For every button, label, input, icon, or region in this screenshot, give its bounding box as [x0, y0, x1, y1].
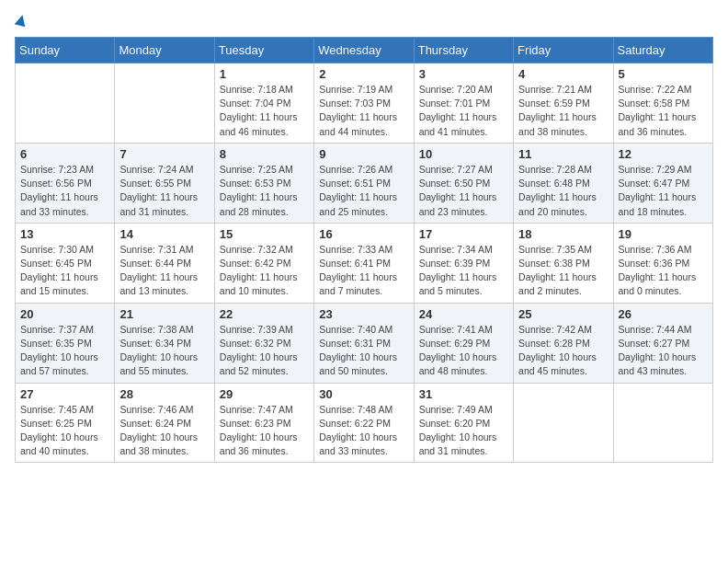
- day-number: 29: [220, 387, 309, 401]
- day-number: 24: [419, 307, 508, 321]
- day-number: 8: [220, 147, 309, 161]
- day-number: 7: [119, 147, 209, 161]
- day-info: Sunrise: 7:18 AMSunset: 7:04 PMDaylight:…: [220, 83, 309, 139]
- calendar-day-cell: 14Sunrise: 7:31 AMSunset: 6:44 PMDayligh…: [115, 223, 214, 303]
- day-number: 25: [518, 307, 608, 321]
- day-number: 2: [319, 67, 408, 81]
- day-info: Sunrise: 7:47 AMSunset: 6:23 PMDaylight:…: [220, 403, 309, 459]
- day-of-week-header: Saturday: [613, 38, 712, 63]
- calendar-day-cell: 19Sunrise: 7:36 AMSunset: 6:36 PMDayligh…: [613, 223, 712, 303]
- day-info: Sunrise: 7:44 AMSunset: 6:27 PMDaylight:…: [619, 323, 708, 379]
- day-number: 27: [20, 387, 109, 401]
- day-number: 1: [220, 67, 309, 81]
- calendar-day-cell: 16Sunrise: 7:33 AMSunset: 6:41 PMDayligh…: [314, 223, 414, 303]
- day-info: Sunrise: 7:40 AMSunset: 6:31 PMDaylight:…: [319, 323, 408, 379]
- calendar-day-cell: 30Sunrise: 7:48 AMSunset: 6:22 PMDayligh…: [314, 383, 414, 463]
- day-info: Sunrise: 7:26 AMSunset: 6:51 PMDaylight:…: [319, 163, 408, 219]
- day-number: 22: [220, 307, 309, 321]
- calendar-day-cell: 29Sunrise: 7:47 AMSunset: 6:23 PMDayligh…: [214, 383, 313, 463]
- day-number: 23: [319, 307, 408, 321]
- calendar-day-cell: 10Sunrise: 7:27 AMSunset: 6:50 PMDayligh…: [414, 143, 513, 223]
- calendar-day-cell: 13Sunrise: 7:30 AMSunset: 6:45 PMDayligh…: [16, 223, 115, 303]
- calendar-day-cell: 12Sunrise: 7:29 AMSunset: 6:47 PMDayligh…: [613, 143, 712, 223]
- calendar-day-cell: 25Sunrise: 7:42 AMSunset: 6:28 PMDayligh…: [514, 303, 613, 383]
- day-number: 13: [20, 227, 109, 241]
- page-header: [15, 15, 713, 26]
- calendar-day-cell: 2Sunrise: 7:19 AMSunset: 7:03 PMDaylight…: [314, 63, 414, 144]
- day-info: Sunrise: 7:41 AMSunset: 6:29 PMDaylight:…: [419, 323, 508, 379]
- day-info: Sunrise: 7:31 AMSunset: 6:44 PMDaylight:…: [119, 243, 209, 299]
- day-info: Sunrise: 7:25 AMSunset: 6:53 PMDaylight:…: [220, 163, 309, 219]
- day-number: 28: [119, 387, 209, 401]
- day-number: 11: [518, 147, 608, 161]
- calendar-day-cell: 7Sunrise: 7:24 AMSunset: 6:55 PMDaylight…: [115, 143, 214, 223]
- calendar-day-cell: [514, 383, 613, 463]
- calendar-day-cell: 18Sunrise: 7:35 AMSunset: 6:38 PMDayligh…: [514, 223, 613, 303]
- day-number: 30: [319, 387, 408, 401]
- day-info: Sunrise: 7:34 AMSunset: 6:39 PMDaylight:…: [419, 243, 508, 299]
- day-info: Sunrise: 7:49 AMSunset: 6:20 PMDaylight:…: [419, 403, 508, 459]
- day-info: Sunrise: 7:28 AMSunset: 6:48 PMDaylight:…: [518, 163, 608, 219]
- calendar-day-cell: 15Sunrise: 7:32 AMSunset: 6:42 PMDayligh…: [214, 223, 313, 303]
- day-info: Sunrise: 7:23 AMSunset: 6:56 PMDaylight:…: [20, 163, 109, 219]
- calendar-day-cell: [16, 63, 115, 144]
- calendar-week-row: 1Sunrise: 7:18 AMSunset: 7:04 PMDaylight…: [16, 63, 713, 144]
- logo: [15, 15, 28, 26]
- calendar-day-cell: 11Sunrise: 7:28 AMSunset: 6:48 PMDayligh…: [514, 143, 613, 223]
- day-number: 5: [619, 67, 708, 81]
- calendar-day-cell: 5Sunrise: 7:22 AMSunset: 6:58 PMDaylight…: [613, 63, 712, 144]
- calendar-week-row: 27Sunrise: 7:45 AMSunset: 6:25 PMDayligh…: [16, 383, 713, 463]
- calendar-day-cell: 1Sunrise: 7:18 AMSunset: 7:04 PMDaylight…: [214, 63, 313, 144]
- day-info: Sunrise: 7:46 AMSunset: 6:24 PMDaylight:…: [119, 403, 209, 459]
- calendar-day-cell: 17Sunrise: 7:34 AMSunset: 6:39 PMDayligh…: [414, 223, 513, 303]
- day-number: 21: [119, 307, 209, 321]
- calendar-week-row: 13Sunrise: 7:30 AMSunset: 6:45 PMDayligh…: [16, 223, 713, 303]
- calendar-day-cell: [115, 63, 214, 144]
- calendar-day-cell: 21Sunrise: 7:38 AMSunset: 6:34 PMDayligh…: [115, 303, 214, 383]
- calendar-day-cell: 4Sunrise: 7:21 AMSunset: 6:59 PMDaylight…: [514, 63, 613, 144]
- day-of-week-header: Friday: [514, 38, 613, 63]
- day-info: Sunrise: 7:45 AMSunset: 6:25 PMDaylight:…: [20, 403, 109, 459]
- day-number: 19: [619, 227, 708, 241]
- day-info: Sunrise: 7:38 AMSunset: 6:34 PMDaylight:…: [119, 323, 209, 379]
- calendar-day-cell: 3Sunrise: 7:20 AMSunset: 7:01 PMDaylight…: [414, 63, 513, 144]
- calendar-week-row: 20Sunrise: 7:37 AMSunset: 6:35 PMDayligh…: [16, 303, 713, 383]
- day-number: 6: [20, 147, 109, 161]
- day-info: Sunrise: 7:27 AMSunset: 6:50 PMDaylight:…: [419, 163, 508, 219]
- day-number: 3: [419, 67, 508, 81]
- day-info: Sunrise: 7:22 AMSunset: 6:58 PMDaylight:…: [619, 83, 708, 139]
- day-number: 9: [319, 147, 408, 161]
- day-info: Sunrise: 7:33 AMSunset: 6:41 PMDaylight:…: [319, 243, 408, 299]
- day-number: 15: [220, 227, 309, 241]
- day-info: Sunrise: 7:48 AMSunset: 6:22 PMDaylight:…: [319, 403, 408, 459]
- day-of-week-header: Wednesday: [314, 38, 414, 63]
- day-info: Sunrise: 7:36 AMSunset: 6:36 PMDaylight:…: [619, 243, 708, 299]
- calendar-day-cell: 27Sunrise: 7:45 AMSunset: 6:25 PMDayligh…: [16, 383, 115, 463]
- day-info: Sunrise: 7:35 AMSunset: 6:38 PMDaylight:…: [518, 243, 608, 299]
- day-number: 20: [20, 307, 109, 321]
- calendar-day-cell: 20Sunrise: 7:37 AMSunset: 6:35 PMDayligh…: [16, 303, 115, 383]
- day-number: 17: [419, 227, 508, 241]
- day-info: Sunrise: 7:32 AMSunset: 6:42 PMDaylight:…: [220, 243, 309, 299]
- day-info: Sunrise: 7:24 AMSunset: 6:55 PMDaylight:…: [119, 163, 209, 219]
- day-number: 14: [119, 227, 209, 241]
- calendar-week-row: 6Sunrise: 7:23 AMSunset: 6:56 PMDaylight…: [16, 143, 713, 223]
- day-info: Sunrise: 7:20 AMSunset: 7:01 PMDaylight:…: [419, 83, 508, 139]
- day-number: 18: [518, 227, 608, 241]
- day-number: 16: [319, 227, 408, 241]
- day-info: Sunrise: 7:29 AMSunset: 6:47 PMDaylight:…: [619, 163, 708, 219]
- calendar-day-cell: 24Sunrise: 7:41 AMSunset: 6:29 PMDayligh…: [414, 303, 513, 383]
- day-number: 10: [419, 147, 508, 161]
- day-number: 26: [619, 307, 708, 321]
- day-of-week-header: Thursday: [414, 38, 513, 63]
- calendar-table: SundayMondayTuesdayWednesdayThursdayFrid…: [15, 37, 713, 463]
- day-info: Sunrise: 7:21 AMSunset: 6:59 PMDaylight:…: [518, 83, 608, 139]
- day-number: 31: [419, 387, 508, 401]
- day-info: Sunrise: 7:39 AMSunset: 6:32 PMDaylight:…: [220, 323, 309, 379]
- day-of-week-header: Sunday: [16, 38, 115, 63]
- day-of-week-header: Tuesday: [214, 38, 313, 63]
- calendar-day-cell: [613, 383, 712, 463]
- calendar-day-cell: 8Sunrise: 7:25 AMSunset: 6:53 PMDaylight…: [214, 143, 313, 223]
- day-info: Sunrise: 7:42 AMSunset: 6:28 PMDaylight:…: [518, 323, 608, 379]
- day-info: Sunrise: 7:30 AMSunset: 6:45 PMDaylight:…: [20, 243, 109, 299]
